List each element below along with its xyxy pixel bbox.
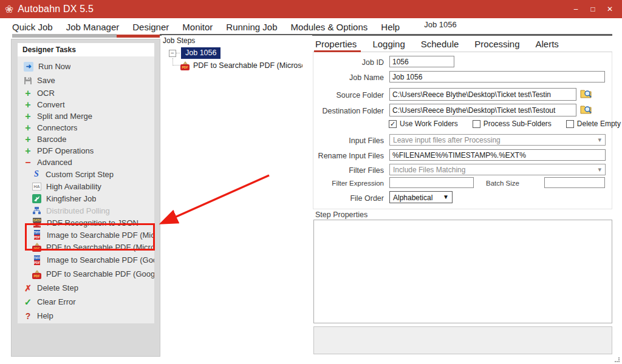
tiff-to-pdf-icon: TIFF PDF [32,255,42,265]
expand-plus-icon: + [24,146,32,157]
tree-connector [173,58,180,66]
task-pdf-to-searchable-pdf-microsoft[interactable]: PDF PDF to Searchable PDF (Microsoft Clo [18,241,154,253]
expand-plus-icon: + [24,88,32,99]
menu-quick-job[interactable]: Quick Job [12,22,53,35]
expand-plus-icon: + [24,123,32,133]
window-controls: – □ ✕ [569,0,617,18]
filter-files-label: Filter Files [312,166,384,175]
title-bar: ❀ Autobahn DX 5.5 – □ ✕ [0,0,622,18]
task-pdf-operations[interactable]: + PDF Operations [18,145,154,157]
menu-modules-options[interactable]: Modules & Options [291,22,368,35]
task-connectors[interactable]: + Connectors [18,122,154,133]
tab-alerts[interactable]: Alerts [536,39,559,53]
menu-bar: Quick Job Job Manager Designer Monitor R… [12,20,457,35]
collapse-minus-icon: − [24,157,32,168]
batch-size-input[interactable] [544,177,605,188]
task-pdf-recognition-to-json[interactable]: DATA A→B PDF Recognition to JSON [18,217,154,229]
run-now-icon: ➜ [24,62,33,72]
rename-input-files-label: Rename Input Files [312,152,384,160]
high-availability-icon: HA [32,183,41,190]
tab-schedule[interactable]: Schedule [421,39,459,53]
chevron-down-icon: ▼ [443,194,449,200]
tab-logging[interactable]: Logging [372,39,405,53]
task-convert[interactable]: + Convert [18,99,154,110]
menu-help[interactable]: Help [381,22,400,35]
task-pdf-to-searchable-pdf-google[interactable]: PDF PDF to Searchable PDF (Google Clouc [18,267,154,281]
app-window: ❀ Autobahn DX 5.5 – □ ✕ Quick Job Job Ma… [0,0,622,364]
rename-input-files-input[interactable] [389,149,606,161]
checkbox-unchecked-icon [566,120,574,128]
task-help[interactable]: ? Help [18,309,154,323]
tree-node-step: PDF to Searchable PDF (Microsoft Cloud C [193,61,302,70]
tree-node-job[interactable]: Job 1056 [181,47,220,59]
expand-plus-icon: + [24,134,32,145]
folder-options-row: ✓ Use Work Folders Process Sub-Folders D… [389,120,622,128]
tree-child-row[interactable]: PDF PDF to Searchable PDF (Microsoft Clo… [162,61,312,70]
source-folder-label: Source Folder [312,91,384,99]
file-order-label: File Order [312,194,384,203]
app-logo-icon: ❀ [5,3,13,16]
task-custom-script-step[interactable]: S Custom Script Step [18,168,154,180]
checkbox-unchecked-icon [473,120,480,128]
task-barcode[interactable]: + Barcode [18,133,154,145]
tab-processing[interactable]: Processing [474,39,519,53]
destination-folder-label: Destination Folder [312,107,384,115]
designer-tasks-header: Designer Tasks [18,43,154,56]
maximize-button[interactable]: □ [586,2,600,16]
minimize-button[interactable]: – [569,2,583,16]
filter-files-dropdown[interactable]: Include Files Matching ▾ [389,164,606,175]
step-properties-label: Step Properties [315,211,367,219]
menu-running-job[interactable]: Running Job [226,22,277,35]
task-high-availability[interactable]: HA High Availability [18,180,154,192]
tree-root-row: − Job 1056 [162,47,312,59]
task-run-now[interactable]: ➜ Run Now [18,59,154,73]
input-files-dropdown[interactable]: Leave input files after Processing ▾ [389,134,606,146]
active-menu-underline [117,35,160,38]
task-save[interactable]: Save [18,73,154,87]
use-work-folders-checkbox[interactable]: ✓ Use Work Folders [389,120,458,128]
designer-tasks-list: Designer Tasks ➜ Run Now Save + OCR [18,43,154,323]
job-id-input[interactable] [389,56,454,67]
task-advanced[interactable]: − Advanced [18,157,154,168]
checkmark-icon: ✓ [24,297,32,308]
input-files-label: Input Files [312,136,384,145]
pdf-to-searchable-pdf-icon: PDF [180,61,190,70]
pdf-to-searchable-pdf-icon: PDF [32,242,41,252]
job-name-input[interactable] [389,71,605,83]
step-properties-panel [313,220,612,323]
job-steps-panel: Job Steps − Job 1056 PDF PDF to Searchab… [162,35,312,357]
delete-empty-input-folders-checkbox[interactable]: Delete Empty Input Folders [566,120,622,128]
menu-monitor[interactable]: Monitor [182,22,213,35]
task-image-to-searchable-pdf-microsoft[interactable]: TIFF PDF Image to Searchable PDF (Micros… [18,229,154,241]
task-kingfisher-job[interactable]: Kingfisher Job [18,192,154,204]
process-sub-folders-checkbox[interactable]: Process Sub-Folders [473,120,552,128]
file-order-dropdown[interactable]: Alphabetical ▼ [389,191,453,203]
close-button[interactable]: ✕ [603,2,617,16]
current-job-badge: Job 1056 [424,20,457,35]
task-delete-step[interactable]: ✗ Delete Step [18,281,154,295]
task-distributed-polling: Distributed Polling [18,204,154,217]
menu-designer[interactable]: Designer [132,22,169,35]
browse-source-folder-button[interactable] [580,89,592,99]
source-folder-input[interactable] [389,88,576,101]
expand-plus-icon: + [24,111,32,122]
tree-expander-icon[interactable]: − [169,50,176,57]
task-image-to-searchable-pdf-google[interactable]: TIFF PDF Image to Searchable PDF (Google… [18,253,154,267]
resize-grip[interactable] [615,357,620,362]
filter-expression-label: Filter Expression [312,180,384,187]
delete-x-icon: ✗ [24,283,32,293]
chevron-down-icon: ▾ [598,136,601,144]
menu-underline-left [12,34,117,38]
browse-destination-folder-button[interactable] [580,104,592,115]
task-clear-error[interactable]: ✓ Clear Error [18,295,154,309]
pdf-to-searchable-pdf-icon: PDF [32,269,41,279]
question-mark-icon: ? [24,311,32,321]
filter-expression-input[interactable] [389,177,474,188]
chevron-down-icon: ▾ [598,166,601,174]
task-split-and-merge[interactable]: + Split and Merge [18,110,154,122]
job-steps-title: Job Steps [162,35,312,47]
destination-folder-input[interactable] [389,104,576,116]
menu-job-manager[interactable]: Job Manager [66,22,120,35]
save-icon [24,76,32,85]
task-ocr[interactable]: + OCR [18,87,154,99]
